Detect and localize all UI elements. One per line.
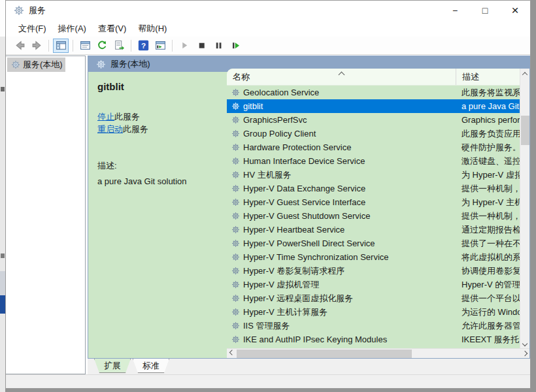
service-row[interactable]: GraphicsPerfSvc Graphics perfor — [227, 113, 520, 127]
window-title: 服务 — [29, 5, 46, 16]
services-gear-icon — [96, 59, 106, 69]
service-description: Hyper-V 的管理 — [456, 279, 520, 291]
service-description: 提供一种机制，用 — [456, 210, 520, 222]
service-description: 提供了一种在不使 — [456, 238, 520, 250]
panel-header-label: 服务(本地) — [110, 58, 150, 70]
toolbar-separator — [131, 40, 131, 52]
service-description: 提供一种机制，用 — [456, 183, 520, 195]
action-pane-button[interactable] — [152, 39, 168, 53]
service-gear-icon — [231, 239, 240, 248]
tab-standard[interactable]: 标准 — [133, 359, 169, 373]
service-name: Hyper-V 主机计算服务 — [243, 306, 327, 318]
service-name: Geolocation Service — [243, 88, 319, 97]
properties-button[interactable] — [77, 39, 93, 53]
service-row[interactable]: Hyper-V Time Synchronization Service 将此虚… — [227, 250, 520, 264]
console-tree-button[interactable] — [53, 39, 69, 53]
service-row[interactable]: HV 主机服务 为 Hyper-V 虚拟 — [227, 168, 520, 182]
menu-help[interactable]: 帮助(H) — [132, 21, 173, 37]
service-row[interactable]: Hyper-V Data Exchange Service 提供一种机制，用 — [227, 182, 520, 195]
service-row[interactable]: Hyper-V 远程桌面虚拟化服务 提供一个平台以在 — [227, 291, 520, 305]
service-name: Hyper-V Guest Service Interface — [243, 197, 365, 207]
vertical-scroll-thumb[interactable] — [521, 116, 529, 145]
service-name: IKE and AuthIP IPsec Keying Modules — [243, 335, 387, 344]
tree-item-label: 服务(本地) — [23, 59, 63, 71]
service-row[interactable]: Hyper-V Guest Shutdown Service 提供一种机制，用 — [227, 209, 520, 223]
service-gear-icon — [231, 294, 240, 302]
menu-file[interactable]: 文件(F) — [12, 21, 52, 37]
stop-button[interactable] — [193, 39, 209, 53]
view-tabs: 扩展 标准 — [88, 359, 530, 374]
service-description: 此服务负责应用管 — [456, 128, 520, 140]
service-name: GraphicsPerfSvc — [243, 115, 307, 125]
tab-extended[interactable]: 扩展 — [94, 359, 131, 373]
service-row[interactable]: IKE and AuthIP IPsec Keying Modules IKEE… — [227, 333, 520, 346]
service-gear-icon — [231, 225, 240, 234]
svg-text:?: ? — [141, 41, 145, 50]
service-name: Hyper-V Guest Shutdown Service — [243, 211, 370, 221]
selected-service-name: gitblit — [97, 81, 218, 92]
toolbar-separator — [73, 40, 73, 52]
service-row[interactable]: Hyper-V 卷影复制请求程序 协调使用卷影复制 — [227, 264, 520, 278]
service-name: Hyper-V Heartbeat Service — [243, 225, 344, 235]
service-name: Hyper-V Time Synchronization Service — [243, 252, 389, 262]
scroll-down-button[interactable] — [520, 338, 530, 348]
horizontal-scrollbar[interactable] — [227, 348, 529, 358]
menu-action[interactable]: 操作(A) — [52, 21, 92, 37]
service-gear-icon — [231, 267, 240, 275]
vertical-scrollbar[interactable] — [520, 69, 529, 348]
service-row[interactable]: Hardware Protection Service 硬件防护服务。停 — [227, 140, 520, 154]
start-button[interactable] — [176, 39, 192, 53]
service-description: 为 Hyper-V 主机 — [456, 197, 520, 208]
service-row[interactable]: Hyper-V Guest Service Interface 为 Hyper-… — [227, 195, 520, 209]
service-row[interactable]: Human Interface Device Service 激活键盘、遥控器 — [227, 154, 520, 168]
minimize-button[interactable]: − — [440, 1, 470, 20]
restart-service-link[interactable]: 重启动 — [97, 124, 123, 134]
horizontal-scroll-thumb[interactable] — [237, 350, 412, 358]
service-description: 硬件防护服务。停 — [456, 142, 520, 154]
list-header: 名称 描述 — [227, 69, 520, 86]
background-window-edge — [0, 0, 5, 392]
scroll-right-button[interactable] — [520, 349, 529, 359]
service-row[interactable]: Hyper-V 主机计算服务 为运行的 Windo — [227, 305, 520, 319]
back-button[interactable] — [12, 39, 27, 53]
service-description: 为 Hyper-V 虚拟 — [456, 169, 520, 181]
service-gear-icon — [231, 253, 240, 261]
service-name: Hyper-V 卷影复制请求程序 — [243, 265, 344, 277]
close-button[interactable]: × — [500, 1, 530, 20]
service-gear-icon — [231, 280, 240, 289]
service-gear-icon — [231, 143, 240, 152]
column-header-name[interactable]: 名称 — [227, 69, 456, 85]
service-description: IKEEXT 服务托管 — [456, 334, 520, 346]
description-label: 描述: — [97, 160, 218, 172]
forward-button[interactable] — [29, 39, 44, 53]
menu-view[interactable]: 查看(V) — [92, 21, 132, 37]
toolbar: ? — [6, 37, 530, 55]
scroll-up-button[interactable] — [520, 69, 530, 78]
service-gear-icon — [231, 308, 240, 316]
service-row[interactable]: IIS 管理服务 允许此服务器管理 — [227, 319, 520, 333]
service-description: 激活键盘、遥控器 — [456, 155, 520, 167]
service-name: Human Interface Device Service — [243, 156, 365, 166]
restart-service-line: 重启动此服务 — [97, 123, 218, 135]
export-list-button[interactable] — [111, 39, 127, 53]
scroll-left-button[interactable] — [227, 349, 237, 359]
tree-item-services-local[interactable]: 服务(本地) — [7, 57, 65, 72]
pause-button[interactable] — [210, 39, 226, 53]
refresh-button[interactable] — [94, 39, 110, 53]
service-name: Hyper-V Data Exchange Service — [243, 184, 365, 193]
service-row[interactable]: Geolocation Service 此服务将监视系统 — [227, 86, 520, 99]
service-row[interactable]: Hyper-V Heartbeat Service 通过定期报告检测 — [227, 223, 520, 237]
maximize-button[interactable]: □ — [470, 1, 500, 20]
services-panel: 服务(本地) gitblit 停止此服务 重启动此服务 描述: a pure J… — [88, 56, 530, 359]
service-row[interactable]: Hyper-V PowerShell Direct Service 提供了一种在… — [227, 237, 520, 250]
service-row[interactable]: Hyper-V 虚拟机管理 Hyper-V 的管理 — [227, 278, 520, 291]
service-description: 为运行的 Windo — [456, 306, 520, 318]
stop-service-link[interactable]: 停止 — [97, 112, 114, 122]
service-row[interactable]: gitblit a pure Java Git — [227, 99, 520, 113]
restart-button[interactable] — [227, 39, 243, 53]
service-name: gitblit — [243, 101, 263, 111]
service-row[interactable]: Group Policy Client 此服务负责应用管 — [227, 127, 520, 140]
help-button[interactable]: ? — [135, 39, 151, 53]
column-header-description[interactable]: 描述 — [456, 69, 520, 85]
service-name: IIS 管理服务 — [243, 320, 290, 332]
